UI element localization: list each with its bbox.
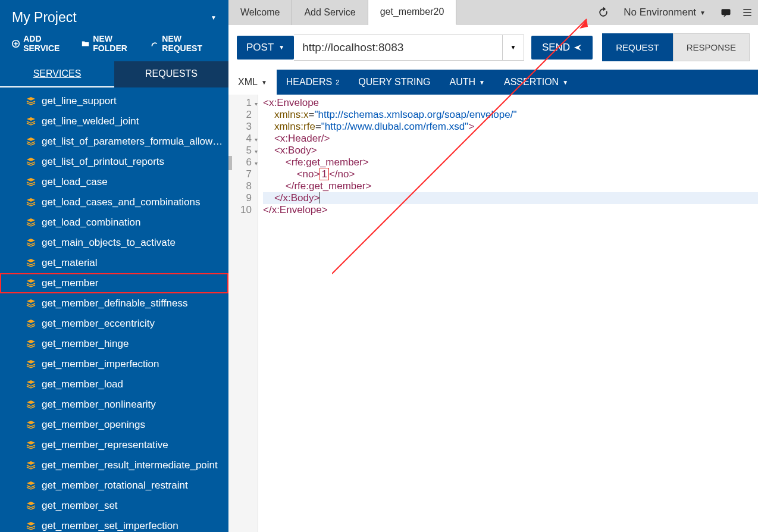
service-label: get_material	[42, 257, 98, 269]
layers-icon	[26, 339, 36, 349]
main-panel: WelcomeAdd Serviceget_member20 No Enviro…	[228, 0, 758, 532]
body-format-dropdown[interactable]: XML ▼	[228, 70, 277, 95]
service-label: get_member_eccentricity	[42, 318, 155, 330]
project-title[interactable]: My Project	[12, 10, 77, 26]
send-icon	[574, 43, 582, 52]
service-label: get_main_objects_to_activate	[42, 237, 176, 249]
layers-icon	[26, 481, 36, 490]
menu-icon	[741, 7, 753, 18]
headers-tab[interactable]: HEADERS2	[277, 70, 349, 95]
tab-requests[interactable]: REQUESTS	[114, 61, 228, 87]
query-string-tab[interactable]: QUERY STRING	[349, 70, 440, 95]
services-list: get_line_supportget_line_welded_jointget…	[0, 87, 228, 532]
service-item[interactable]: get_member_definable_stiffness	[0, 293, 228, 314]
service-item[interactable]: get_load_combination	[0, 212, 228, 233]
service-label: get_member_rotational_restraint	[42, 480, 188, 492]
layers-icon	[26, 96, 36, 106]
url-history-dropdown[interactable]: ▼	[503, 35, 524, 61]
project-dropdown-caret[interactable]: ▼	[211, 14, 217, 21]
service-item[interactable]: get_line_welded_joint	[0, 111, 228, 132]
service-label: get_list_of_printout_reports	[42, 156, 164, 168]
refresh-icon	[597, 7, 609, 18]
line-gutter: 1▾234▾5▾6▾78910	[228, 95, 258, 532]
topbar: WelcomeAdd Serviceget_member20 No Enviro…	[228, 0, 758, 25]
folder-plus-icon	[82, 39, 89, 48]
layers-icon	[26, 521, 36, 531]
service-label: get_list_of_parameters_formula_allow…	[42, 136, 223, 148]
top-tab[interactable]: Welcome	[228, 0, 292, 25]
service-label: get_line_welded_joint	[42, 115, 139, 127]
service-item[interactable]: get_member_openings	[0, 415, 228, 435]
refresh-button[interactable]	[593, 2, 614, 23]
assertion-tab[interactable]: ASSERTION ▼	[494, 70, 578, 95]
service-label: get_member_imperfection	[42, 358, 159, 370]
new-request-button[interactable]: NEW REQUEST	[151, 34, 217, 53]
layers-icon	[26, 278, 36, 288]
layers-icon	[26, 177, 36, 187]
auth-tab[interactable]: AUTH ▼	[440, 70, 494, 95]
service-item[interactable]: get_member_set	[0, 496, 228, 516]
service-item[interactable]: get_list_of_parameters_formula_allow…	[0, 132, 228, 152]
environment-dropdown[interactable]: No Environment▼	[614, 7, 715, 18]
top-tab[interactable]: get_member20	[368, 0, 457, 25]
service-label: get_line_support	[42, 95, 117, 107]
service-item[interactable]: get_member_load	[0, 374, 228, 395]
service-label: get_member_nonlinearity	[42, 399, 156, 411]
service-item[interactable]: get_member_imperfection	[0, 354, 228, 374]
layers-icon	[26, 359, 36, 369]
service-item[interactable]: get_member_hinge	[0, 334, 228, 354]
service-label: get_load_cases_and_combinations	[42, 196, 201, 208]
request-tab[interactable]: REQUEST	[602, 33, 673, 61]
layers-icon	[26, 420, 36, 430]
tab-services[interactable]: SERVICES	[0, 61, 114, 87]
service-label: get_member_set	[42, 500, 118, 512]
notifications-button[interactable]	[715, 2, 737, 23]
layers-icon	[26, 198, 36, 207]
service-item[interactable]: get_material	[0, 253, 228, 273]
layers-icon	[26, 380, 36, 389]
service-item[interactable]: get_line_support	[0, 91, 228, 111]
sidebar: My Project ▼ ADD SERVICE NEW FOLDER NEW …	[0, 0, 228, 532]
service-label: get_member_hinge	[42, 338, 129, 350]
service-item[interactable]: get_member	[0, 273, 228, 293]
service-label: get_member_set_imperfection	[42, 520, 178, 532]
service-item[interactable]: get_member_representative	[0, 435, 228, 455]
service-label: get_load_case	[42, 176, 108, 188]
layers-icon	[26, 117, 36, 126]
layers-icon	[26, 440, 36, 450]
http-method-dropdown[interactable]: POST▼	[237, 36, 294, 60]
code-editor[interactable]: 1▾234▾5▾6▾78910 <x:Envelope xmlns:x="htt…	[228, 95, 758, 532]
chat-icon	[720, 7, 732, 18]
layers-icon	[26, 319, 36, 328]
service-label: get_member_result_intermediate_point	[42, 459, 218, 471]
url-input[interactable]	[294, 35, 503, 61]
service-item[interactable]: get_member_rotational_restraint	[0, 475, 228, 496]
service-item[interactable]: get_member_set_imperfection	[0, 516, 228, 532]
service-label: get_load_combination	[42, 217, 140, 229]
response-tab[interactable]: RESPONSE	[673, 33, 750, 61]
layers-icon	[26, 137, 36, 146]
layers-icon	[26, 400, 36, 409]
layers-icon	[26, 218, 36, 227]
layers-icon	[26, 238, 36, 248]
service-item[interactable]: get_load_case	[0, 172, 228, 192]
service-label: get_member_definable_stiffness	[42, 298, 187, 309]
top-tab[interactable]: Add Service	[292, 0, 368, 25]
service-item[interactable]: get_member_result_intermediate_point	[0, 455, 228, 475]
service-label: get_member_load	[42, 378, 123, 390]
new-folder-button[interactable]: NEW FOLDER	[82, 34, 142, 53]
service-item[interactable]: get_member_eccentricity	[0, 314, 228, 334]
request-icon	[151, 39, 158, 48]
splitter-handle[interactable]	[228, 156, 232, 170]
plus-circle-icon	[12, 39, 20, 48]
menu-button[interactable]	[737, 2, 758, 23]
code-content[interactable]: <x:Envelope xmlns:x="http://schemas.xmls…	[258, 95, 758, 532]
service-item[interactable]: get_member_nonlinearity	[0, 395, 228, 415]
service-item[interactable]: get_list_of_printout_reports	[0, 152, 228, 172]
layers-icon	[26, 299, 36, 308]
service-item[interactable]: get_main_objects_to_activate	[0, 233, 228, 253]
send-button[interactable]: SEND	[531, 36, 593, 60]
add-service-button[interactable]: ADD SERVICE	[12, 34, 73, 53]
svg-rect-1	[722, 9, 731, 15]
service-item[interactable]: get_load_cases_and_combinations	[0, 192, 228, 212]
